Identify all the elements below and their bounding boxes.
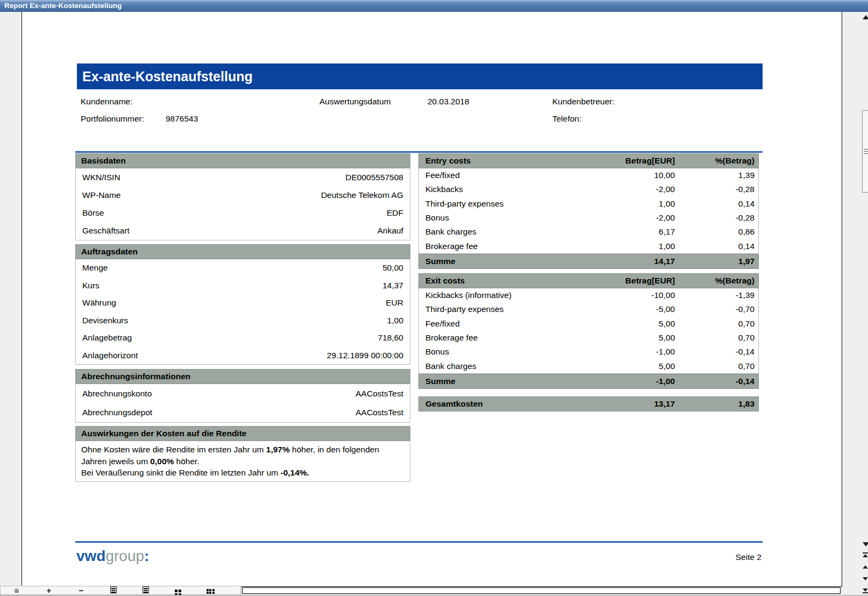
col-betrag-header: Betrag[EUR]: [590, 156, 679, 166]
page-width-icon[interactable]: [130, 586, 162, 594]
cost-betrag: 10,00: [590, 171, 679, 180]
vertical-scrollbar-track[interactable]: [842, 12, 868, 586]
cost-betrag: 1,00: [590, 199, 679, 209]
rendite-header: Auswirkungen der Kosten auf die Rendite: [75, 426, 410, 441]
entry-costs-summe-row: Summe 14,17 1,97: [418, 254, 759, 269]
kundenbetreuer-label: Kundenbetreuer:: [552, 97, 614, 107]
table-row: Kickbacks (informative) -10,00 -1,39: [419, 288, 758, 302]
row-label: Währung: [82, 298, 116, 308]
exit-costs-summe-row: Summe -1,00 -0,14: [418, 374, 759, 389]
document-title-banner: Ex-ante-Kostenaufstellung: [77, 63, 763, 89]
cost-label: Kickbacks (informative): [419, 290, 590, 300]
rendite-bold-value: -0,14%.: [280, 468, 309, 477]
window-titlebar[interactable]: Report Ex-ante-Kostenaufstellung: [0, 0, 868, 12]
cost-betrag: 1,00: [590, 242, 679, 251]
cost-pct: 0,86: [679, 227, 758, 237]
grid-2x2-icon[interactable]: [162, 585, 194, 596]
auftragsdaten-header: Auftragsdaten: [75, 244, 410, 259]
portfolionummer-value: 9876543: [166, 114, 198, 124]
menu-icon[interactable]: ≡: [1, 586, 33, 594]
table-row: WP-Name Deutsche Telekom AG: [76, 186, 410, 204]
horizontal-scrollbar-thumb[interactable]: [242, 587, 841, 594]
summe-label: Summe: [419, 377, 590, 386]
row-label: Menge: [82, 263, 108, 273]
cost-betrag: -2,00: [590, 185, 679, 194]
table-row: Anlagehorizont 29.12.1899 00:00:00: [76, 347, 410, 365]
cost-pct: -0,70: [679, 304, 758, 314]
table-row: Geschäftsart Ankauf: [76, 222, 410, 240]
table-row: Third-party expenses -5,00 -0,70: [419, 302, 758, 316]
summe-pct: 1,97: [679, 257, 758, 266]
cost-pct: -0,14: [679, 347, 758, 357]
rendite-text-part: Bei Veräußerung sinkt die Rendite im let…: [81, 468, 280, 477]
cost-pct: 0,14: [679, 199, 758, 209]
exit-costs-table: Kickbacks (informative) -10,00 -1,39 Thi…: [418, 288, 759, 374]
cost-label: Third-party expenses: [419, 304, 590, 314]
rendite-text-part: Ohne Kosten wäre die Rendite im ersten J…: [81, 445, 266, 454]
table-row: Währung EUR: [76, 294, 410, 312]
row-label: Kurs: [82, 281, 99, 290]
scroll-down-icon[interactable]: [863, 542, 868, 547]
header-divider-rule: [75, 151, 763, 153]
col-pct-header: %(Betrag): [679, 156, 758, 166]
basisdaten-header: Basisdaten: [75, 153, 410, 168]
cost-pct: 0,14: [679, 242, 758, 251]
cost-label: Bonus: [419, 347, 590, 357]
row-value: Ankauf: [378, 226, 403, 236]
first-page-icon[interactable]: [863, 552, 868, 557]
col-pct-header: %(Betrag): [679, 276, 758, 286]
page-number: Seite 2: [654, 552, 762, 562]
cost-label: Bank charges: [419, 227, 590, 237]
view-toolbar: ≡ + −: [0, 586, 241, 595]
cost-pct: 0,70: [679, 319, 758, 329]
exit-costs-title: Exit costs: [419, 276, 590, 286]
table-row: Devisenkurs 1,00: [76, 312, 410, 330]
cost-label: Bonus: [419, 213, 590, 223]
row-label: Devisenkurs: [82, 316, 128, 325]
page-fit-icon[interactable]: [97, 586, 130, 594]
cost-label: Brokerage fee: [419, 333, 590, 343]
gesamtkosten-label: Gesamtkosten: [419, 399, 590, 409]
table-row: Bonus -1,00 -0,14: [419, 345, 758, 359]
cost-label: Kickbacks: [419, 185, 590, 194]
cost-label: Brokerage fee: [419, 242, 590, 251]
logo-colon-text: :: [144, 548, 149, 564]
table-row: Kurs 14,37: [76, 277, 410, 295]
next-page-icon[interactable]: [863, 577, 868, 580]
summe-pct: -0,14: [679, 377, 758, 386]
exit-costs-header: Exit costs Betrag[EUR] %(Betrag): [418, 273, 759, 288]
entry-costs-table: Fee/fixed 10,00 1,39 Kickbacks -2,00 -0,…: [418, 168, 759, 254]
last-page-icon[interactable]: [863, 588, 868, 594]
window-title: Report Ex-ante-Kostenaufstellung: [4, 2, 122, 10]
row-label: Geschäftsart: [82, 226, 130, 236]
auftragsdaten-table: Menge 50,00 Kurs 14,37 Währung EUR Devis…: [75, 259, 410, 365]
grid-3x3-icon[interactable]: [194, 584, 226, 596]
summe-betrag: 14,17: [590, 257, 679, 266]
row-value: 718,60: [378, 333, 403, 343]
footer-divider-rule: [75, 541, 763, 543]
logo-vwd-text: vwd: [76, 548, 105, 564]
cost-betrag: 5,00: [590, 319, 679, 329]
telefon-label: Telefon:: [552, 114, 581, 124]
rendite-text-part: höher.: [174, 457, 199, 466]
row-value: EDF: [387, 208, 403, 218]
zoom-in-icon[interactable]: +: [33, 586, 65, 594]
table-row: Menge 50,00: [76, 259, 410, 277]
scroll-up-icon[interactable]: [863, 15, 868, 19]
abrechnungsinformationen-header: Abrechnungsinformationen: [75, 369, 410, 384]
table-row: Fee/fixed 10,00 1,39: [419, 168, 758, 182]
row-value: DE0005557508: [345, 173, 403, 182]
auswertungsdatum-label: Auswertungsdatum: [319, 97, 391, 107]
row-label: Anlagebetrag: [82, 333, 132, 343]
cost-pct: 0,70: [679, 361, 758, 371]
rendite-bold-value: 0,00%: [150, 457, 174, 466]
table-row: Abrechnungsdepot AACostsTest: [76, 403, 410, 423]
cost-betrag: -5,00: [590, 304, 679, 314]
cost-pct: 0,70: [679, 333, 758, 343]
zoom-out-icon[interactable]: −: [65, 586, 97, 594]
previous-page-icon[interactable]: [863, 565, 868, 569]
cost-betrag: -1,00: [590, 347, 679, 357]
row-value: Deutsche Telekom AG: [321, 190, 403, 200]
scrollbar-grip-icon: [864, 149, 868, 154]
abrechnungsinformationen-table: Abrechnungskonto AACostsTest Abrechnungs…: [75, 384, 410, 423]
